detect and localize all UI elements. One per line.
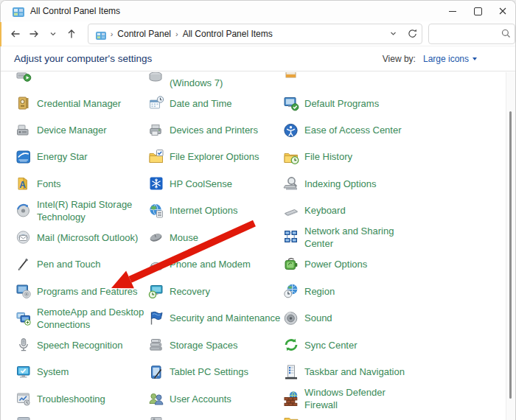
background-window-sliver — [0, 22, 1, 46]
control-panel-item-mobility-center-partial[interactable] — [15, 412, 32, 420]
item-label: Network and Sharing Center — [304, 225, 414, 250]
security-and-maintenance-icon — [148, 310, 164, 326]
chevron-down-icon — [389, 29, 397, 38]
item-label: Credential Manager — [37, 97, 151, 110]
windows-defender-firewall-icon — [283, 391, 299, 407]
control-panel-item-power-options[interactable]: Power Options — [283, 251, 414, 278]
indexing-options-icon — [283, 175, 299, 192]
item-label: Phone and Modem — [170, 258, 295, 270]
control-panel-item-remoteapp-and-desktop-connections[interactable]: RemoteApp and Desktop Connections — [15, 304, 151, 332]
up-arrow-icon — [66, 28, 77, 40]
refresh-button[interactable] — [402, 24, 422, 43]
control-panel-item-hp-coolsense[interactable]: HP CoolSense — [148, 170, 295, 197]
close-button[interactable] — [490, 1, 515, 21]
troubleshooting-icon — [15, 391, 32, 407]
control-panel-item-network-and-sharing-center[interactable]: Network and Sharing Center — [283, 224, 414, 251]
control-panel-item-fonts[interactable]: AFonts — [15, 170, 151, 197]
control-panel-item-file-history[interactable]: File History — [283, 143, 414, 170]
control-panel-item-phone-and-modem[interactable]: Phone and Modem — [148, 251, 295, 278]
vertical-scrollbar-track[interactable] — [506, 72, 515, 420]
control-panel-item-taskbar-and-navigation[interactable]: Taskbar and Navigation — [283, 358, 414, 385]
search-input[interactable] — [429, 29, 497, 39]
control-panel-item-sync-center[interactable]: Sync Center — [283, 332, 414, 359]
pen-and-touch-icon — [15, 256, 32, 273]
control-panel-item-autoplay-partial[interactable] — [15, 72, 32, 90]
control-panel-item-sound[interactable]: Sound — [283, 304, 414, 332]
breadcrumb-all-control-panel-items[interactable]: All Control Panel Items — [183, 29, 273, 39]
control-panel-item-windows-tools-partial[interactable] — [148, 412, 164, 420]
control-panel-item-default-programs[interactable]: Default Programs — [283, 90, 414, 117]
control-panel-item-credential-manager[interactable]: Credential Manager — [15, 90, 151, 117]
control-panel-item-keyboard[interactable]: Keyboard — [283, 197, 414, 224]
control-panel-item-indexing-options[interactable]: Indexing Options — [283, 170, 414, 197]
control-panel-item-tablet-pc-settings[interactable]: Tablet PC Settings — [148, 358, 295, 385]
item-label: Devices and Printers — [170, 124, 295, 136]
file-history-icon — [283, 149, 299, 165]
item-label: Mail (Microsoft Outlook) — [37, 231, 151, 244]
item-label: Programs and Features — [37, 285, 151, 298]
mail-icon — [15, 229, 32, 245]
breadcrumb-control-panel[interactable]: Control Panel — [117, 29, 171, 39]
sound-icon — [283, 310, 299, 326]
control-panel-item-mouse[interactable]: Mouse — [148, 224, 295, 251]
title-bar: All Control Panel Items — [1, 1, 515, 21]
svg-text:A: A — [19, 180, 26, 190]
maximize-icon — [474, 7, 482, 15]
address-dropdown-button[interactable] — [383, 24, 402, 43]
control-panel-item-system[interactable]: System — [15, 358, 151, 385]
refresh-icon — [407, 28, 418, 39]
fonts-icon: A — [15, 175, 32, 192]
intel-rapid-storage-icon — [15, 203, 32, 219]
control-panel-item-troubleshooting[interactable]: Troubleshooting — [15, 385, 151, 413]
control-panel-item-file-explorer-options[interactable]: File Explorer Options — [148, 143, 295, 170]
back-button[interactable] — [7, 24, 24, 43]
power-options-icon — [283, 256, 299, 273]
control-panel-item-pen-and-touch[interactable]: Pen and Touch — [15, 251, 151, 278]
forward-button[interactable] — [25, 24, 42, 43]
address-bar[interactable]: › Control Panel › All Control Panel Item… — [88, 24, 422, 44]
control-panel-item-color-management-partial[interactable] — [283, 72, 299, 90]
control-panel-item-mail-microsoft-outlook[interactable]: Mail (Microsoft Outlook) — [15, 224, 151, 251]
navigation-toolbar: › Control Panel › All Control Panel Item… — [1, 21, 515, 46]
item-label: Energy Star — [37, 150, 151, 163]
search-icon[interactable] — [497, 24, 515, 43]
control-panel-item-programs-and-features[interactable]: Programs and Features — [15, 278, 151, 305]
item-label: Sync Center — [304, 339, 414, 351]
control-panel-item-region[interactable]: Region — [283, 278, 414, 305]
phone-and-modem-icon — [148, 256, 164, 273]
control-panel-item-ease-of-access-center[interactable]: Ease of Access Center — [283, 116, 414, 144]
control-panel-item-device-manager[interactable]: Device Manager — [15, 116, 151, 144]
control-panel-item-internet-options[interactable]: Internet Options — [148, 197, 295, 224]
date-and-time-icon — [148, 95, 164, 111]
user-accounts-icon — [148, 391, 164, 407]
item-label: Pen and Touch — [37, 258, 151, 270]
window-controls — [440, 1, 515, 21]
control-panel-item-user-accounts[interactable]: User Accounts — [148, 385, 295, 413]
view-by-dropdown[interactable]: Large icons — [423, 54, 477, 64]
maximize-button[interactable] — [465, 1, 490, 21]
devices-and-printers-icon — [148, 122, 164, 139]
up-button[interactable] — [63, 24, 80, 43]
control-panel-item-work-folders-partial[interactable] — [283, 412, 299, 420]
control-panel-item-recovery[interactable]: Recovery — [148, 278, 295, 305]
item-label: Keyboard — [304, 204, 414, 217]
control-panel-item-windows-7[interactable]: (Windows 7) — [148, 72, 295, 90]
control-panel-item-storage-spaces[interactable]: Storage Spaces — [148, 332, 295, 359]
minimize-button[interactable] — [440, 1, 465, 21]
item-label: Indexing Options — [304, 178, 414, 190]
control-panel-item-speech-recognition[interactable]: Speech Recognition — [15, 332, 151, 359]
item-label: Intel(R) Rapid Storage Technology — [37, 198, 151, 223]
vertical-scrollbar-thumb[interactable] — [509, 111, 512, 399]
recent-pages-button[interactable] — [44, 24, 61, 43]
control-panel-item-devices-and-printers[interactable]: Devices and Printers — [148, 116, 295, 144]
item-label: Region — [304, 285, 414, 298]
page-title: Adjust your computer's settings — [14, 53, 152, 64]
control-panel-item-energy-star[interactable]: Energy Star — [15, 143, 151, 170]
control-panel-item-windows-defender-firewall[interactable]: Windows Defender Firewall — [283, 385, 414, 413]
keyboard-icon — [283, 203, 299, 219]
back-arrow-icon — [10, 28, 21, 40]
control-panel-item-intel-r-rapid-storage-technology[interactable]: Intel(R) Rapid Storage Technology — [15, 197, 151, 224]
control-panel-item-date-and-time[interactable]: Date and Time — [148, 90, 295, 117]
work-folders-partial-icon — [283, 417, 299, 420]
control-panel-item-security-and-maintenance[interactable]: Security and Maintenance — [148, 304, 295, 332]
